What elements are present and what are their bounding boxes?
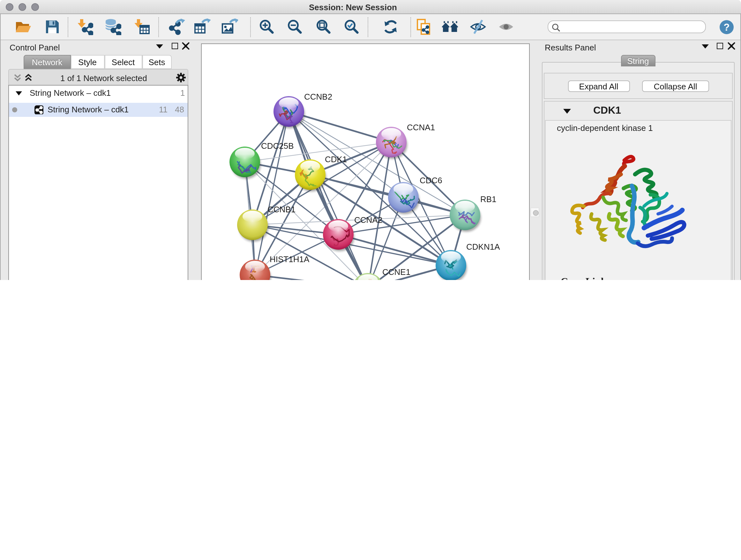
- svg-text:CCNA2: CCNA2: [354, 215, 382, 225]
- svg-text:CCNB1: CCNB1: [267, 205, 295, 214]
- svg-text:HIST1H1A: HIST1H1A: [270, 254, 310, 264]
- svg-text:CDK1: CDK1: [325, 154, 347, 164]
- svg-text:CCNE1: CCNE1: [382, 267, 410, 277]
- svg-text:RB1: RB1: [480, 194, 496, 204]
- svg-text:?: ?: [724, 22, 730, 33]
- svg-text:CDC25B: CDC25B: [261, 141, 294, 151]
- svg-text:CCNA1: CCNA1: [407, 123, 435, 132]
- svg-text:CCNB2: CCNB2: [304, 92, 332, 102]
- svg-text:CDKN1A: CDKN1A: [466, 242, 500, 252]
- svg-text:CDC6: CDC6: [420, 176, 442, 185]
